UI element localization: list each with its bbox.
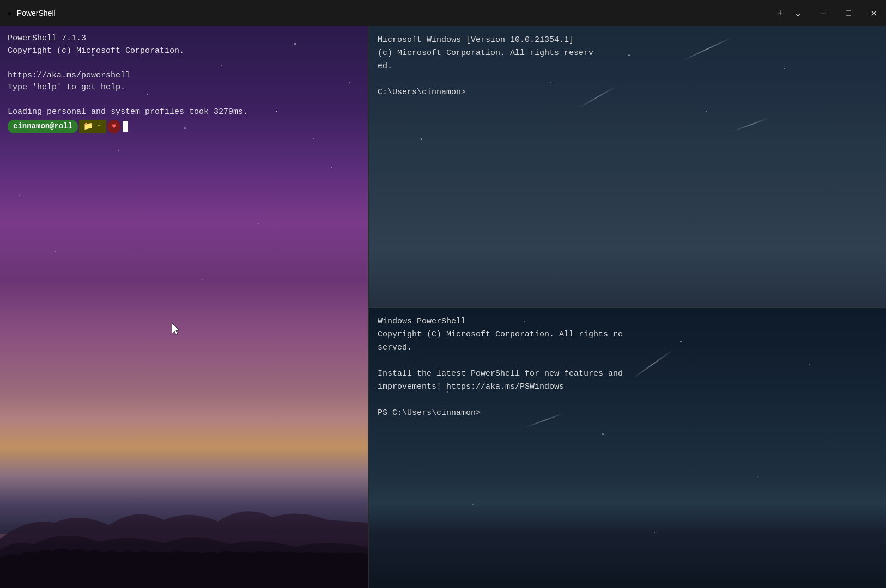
cmd-terminal-text: Microsoft Windows [Version 10.0.21354.1]…: [369, 26, 602, 107]
rstar-5: [706, 111, 707, 112]
content-area: PowerShell 7.1.3 Copyright (c) Microsoft…: [0, 26, 886, 588]
new-tab-button[interactable]: +: [773, 6, 787, 20]
left-pane-powershell7[interactable]: PowerShell 7.1.3 Copyright (c) Microsoft…: [0, 26, 368, 588]
window-title: PowerShell: [17, 9, 773, 17]
tab-dropdown-button[interactable]: ⌄: [790, 6, 806, 20]
ps-url-line: https://aka.ms/powershell: [8, 70, 248, 82]
ps-empty-2: [8, 94, 248, 107]
ps-help-line: Type 'help' to get help.: [8, 82, 248, 94]
mountain-silhouette: [0, 463, 368, 588]
winps-copyright-1: Copyright (C) Microsoft Corporation. All…: [378, 328, 623, 341]
cmd-copyright-2: ed.: [378, 60, 593, 73]
cmd-prompt: C:\Users\cinnamon>: [378, 86, 593, 99]
winps-name: Windows PowerShell: [378, 315, 623, 328]
winps-empty-2: [378, 394, 623, 407]
ps-copyright-line: Copyright (c) Microsoft Corporation.: [8, 45, 248, 58]
cmd-copyright-1: (c) Microsoft Corporation. All rights re…: [378, 47, 593, 60]
star-7: [19, 195, 20, 196]
star-13: [294, 43, 296, 45]
close-button[interactable]: ✕: [861, 0, 886, 26]
maximize-button[interactable]: □: [836, 0, 861, 26]
winps-install-1: Install the latest PowerShell for new fe…: [378, 367, 623, 381]
titlebar: ✦ PowerShell + ⌄ − □ ✕: [0, 0, 886, 26]
app-icon: ✦: [7, 7, 13, 19]
prompt-heart: ♥: [107, 120, 120, 133]
terminal-cursor: [123, 121, 128, 132]
winps-prompt: PS C:\Users\cinnamon>: [378, 407, 623, 420]
bstar-8: [654, 532, 655, 533]
prompt-username: cinnamon@roll: [8, 120, 78, 133]
ps-loading-line: Loading personal and system profiles too…: [8, 106, 248, 119]
titlebar-tabs: + ⌄: [773, 6, 806, 20]
winps-copyright-2: served.: [378, 341, 623, 354]
minimize-button[interactable]: −: [811, 0, 836, 26]
winps-install-2: improvements! https://aka.ms/PSWindows: [378, 381, 623, 394]
ps-prompt-line: cinnamon@roll 📁 ~ ♥: [8, 120, 248, 133]
cmd-empty: [378, 73, 593, 86]
star-8: [331, 167, 332, 168]
prompt-folder: 📁 ~: [79, 120, 106, 133]
window-controls: − □ ✕: [811, 0, 886, 26]
cmd-win-version: Microsoft Windows [Version 10.0.21354.1]: [378, 34, 593, 47]
right-pane: Microsoft Windows [Version 10.0.21354.1]…: [369, 26, 886, 588]
right-pane-winps[interactable]: Windows PowerShell Copyright (C) Microso…: [369, 308, 886, 589]
right-pane-cmd[interactable]: Microsoft Windows [Version 10.0.21354.1]…: [369, 26, 886, 308]
ps-empty-1: [8, 57, 248, 70]
ps-version-line: PowerShell 7.1.3: [8, 33, 248, 45]
star-15: [118, 150, 119, 151]
star-10: [258, 223, 259, 224]
left-terminal-text: PowerShell 7.1.3 Copyright (c) Microsoft…: [0, 26, 256, 140]
rstar-2: [628, 54, 630, 56]
winps-empty-1: [378, 354, 623, 367]
winps-terminal-text: Windows PowerShell Copyright (C) Microso…: [369, 308, 632, 427]
